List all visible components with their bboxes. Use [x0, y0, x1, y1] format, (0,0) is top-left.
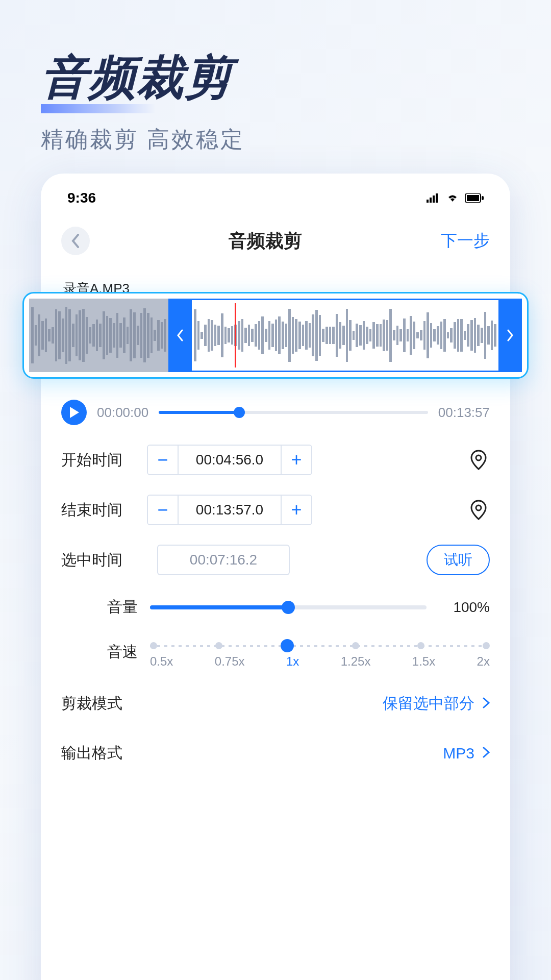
- phone-frame: 9:36 音频裁剪 下一步 录音A.MP3: [41, 174, 510, 980]
- total-time: 00:13:57: [438, 405, 490, 421]
- speed-option-label: 0.5x: [150, 654, 173, 669]
- end-time-stepper: − 00:13:57.0 +: [147, 495, 312, 525]
- svg-rect-6: [482, 196, 484, 200]
- trim-handle-left[interactable]: [168, 299, 192, 372]
- start-time-row: 开始时间 − 00:04:56.0 +: [61, 445, 490, 475]
- start-time-value[interactable]: 00:04:56.0: [179, 446, 281, 474]
- playhead-indicator[interactable]: [235, 303, 236, 368]
- progress-slider[interactable]: [159, 411, 428, 414]
- speed-label: 音速: [87, 642, 138, 663]
- volume-label: 音量: [87, 597, 138, 618]
- player-bar: 00:00:00 00:13:57: [61, 400, 490, 425]
- wifi-icon: [446, 190, 459, 206]
- speed-dot[interactable]: [150, 642, 157, 649]
- status-time: 9:36: [67, 190, 96, 206]
- end-time-minus[interactable]: −: [148, 496, 179, 524]
- speed-option-label: 1x: [286, 654, 299, 669]
- speed-dot[interactable]: [417, 642, 424, 649]
- svg-point-7: [476, 455, 481, 460]
- speed-option-label: 0.75x: [215, 654, 245, 669]
- speed-dot[interactable]: [352, 642, 359, 649]
- volume-value: 100%: [439, 599, 490, 616]
- battery-icon: [465, 190, 484, 206]
- speed-dot[interactable]: [281, 639, 294, 652]
- selected-time-value: 00:07:16.2: [157, 545, 290, 575]
- end-time-pin-icon[interactable]: [467, 499, 490, 521]
- start-time-plus[interactable]: +: [281, 446, 311, 474]
- svg-rect-1: [430, 198, 432, 203]
- output-format-label: 输出格式: [61, 743, 122, 764]
- waveform-unselected-left: [29, 299, 168, 372]
- hero-subtitle: 精确裁剪 高效稳定: [41, 125, 510, 155]
- status-bar: 9:36: [59, 190, 492, 206]
- speed-option-label: 1.25x: [341, 654, 371, 669]
- waveform-selected: [192, 299, 498, 372]
- navbar: 音频裁剪 下一步: [59, 227, 492, 255]
- current-time: 00:00:00: [97, 405, 148, 421]
- trim-mode-label: 剪裁模式: [61, 693, 122, 714]
- end-time-row: 结束时间 − 00:13:57.0 +: [61, 495, 490, 525]
- speed-dot[interactable]: [483, 642, 490, 649]
- speed-option-label: 1.5x: [412, 654, 435, 669]
- output-format-row[interactable]: 输出格式 MP3: [61, 743, 490, 764]
- trim-mode-row[interactable]: 剪裁模式 保留选中部分: [61, 693, 490, 714]
- page-title: 音频裁剪: [229, 229, 302, 254]
- status-icons: [427, 190, 484, 206]
- output-format-value: MP3: [443, 745, 490, 762]
- start-time-label: 开始时间: [61, 450, 138, 471]
- trim-mode-value: 保留选中部分: [383, 693, 490, 714]
- svg-point-8: [476, 505, 481, 510]
- svg-rect-2: [433, 195, 435, 203]
- trim-handle-right[interactable]: [498, 299, 522, 372]
- chevron-right-icon: [483, 696, 490, 712]
- selected-time-row: 选中时间 00:07:16.2 试听: [61, 545, 490, 575]
- start-time-stepper: − 00:04:56.0 +: [147, 445, 312, 475]
- svg-rect-3: [436, 193, 438, 203]
- chevron-right-icon: [483, 745, 490, 762]
- play-button[interactable]: [61, 400, 87, 425]
- waveform-editor[interactable]: [22, 292, 529, 379]
- start-time-pin-icon[interactable]: [467, 449, 490, 471]
- next-button[interactable]: 下一步: [441, 230, 490, 252]
- start-time-minus[interactable]: −: [148, 446, 179, 474]
- preview-button[interactable]: 试听: [427, 545, 490, 575]
- end-time-plus[interactable]: +: [281, 496, 311, 524]
- hero-title: 音频裁剪: [41, 46, 233, 109]
- selected-time-label: 选中时间: [61, 550, 138, 571]
- speed-slider[interactable]: 0.5x0.75x1x1.25x1.5x2x: [150, 639, 490, 665]
- speed-row: 音速 0.5x0.75x1x1.25x1.5x2x: [61, 639, 490, 665]
- speed-option-label: 2x: [477, 654, 490, 669]
- end-time-value[interactable]: 00:13:57.0: [179, 496, 281, 524]
- signal-icon: [427, 190, 440, 206]
- volume-slider[interactable]: [150, 605, 427, 609]
- back-button[interactable]: [61, 227, 90, 255]
- end-time-label: 结束时间: [61, 500, 138, 521]
- controls-section: 00:00:00 00:13:57 开始时间 − 00:04:56.0 + 结束…: [59, 400, 492, 764]
- svg-rect-0: [427, 200, 429, 203]
- speed-dot[interactable]: [215, 642, 222, 649]
- volume-row: 音量 100%: [61, 597, 490, 618]
- hero-section: 音频裁剪 精确裁剪 高效稳定: [0, 0, 551, 175]
- svg-rect-5: [467, 195, 479, 201]
